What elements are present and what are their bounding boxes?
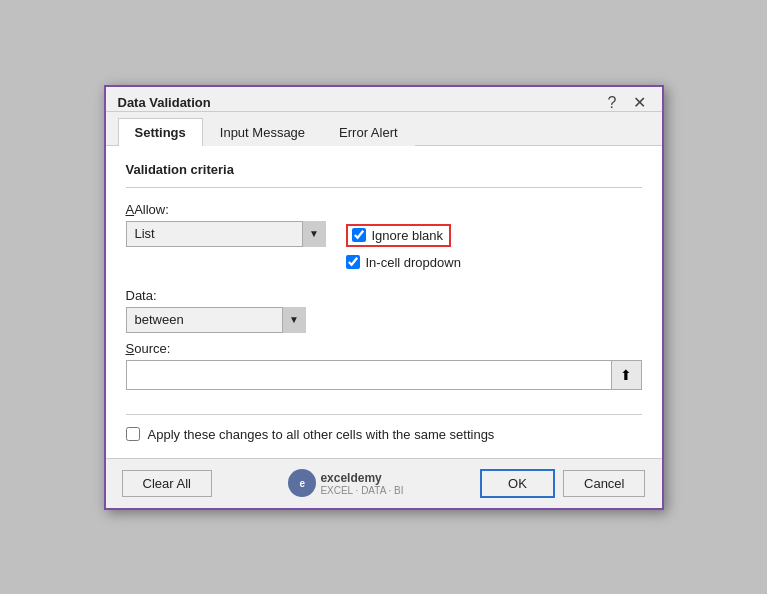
section-title: Validation criteria — [126, 162, 642, 177]
data-row: Data: between ▼ — [126, 288, 642, 333]
allow-select-wrap: List ▼ — [126, 221, 326, 247]
allow-label: AAllow: — [126, 202, 326, 217]
in-cell-dropdown-label: In-cell dropdown — [366, 255, 461, 270]
data-label: Data: — [126, 288, 642, 303]
ok-button[interactable]: OK — [480, 469, 555, 498]
source-collapse-button[interactable]: ⬆ — [611, 361, 641, 389]
allow-select[interactable]: List — [126, 221, 326, 247]
apply-row: Apply these changes to all other cells w… — [126, 414, 642, 442]
checkboxes-col: Ignore blank In-cell dropdown — [346, 202, 642, 278]
footer-right: OK Cancel — [480, 469, 645, 498]
data-validation-dialog: Data Validation ? ✕ Settings Input Messa… — [104, 85, 664, 510]
title-bar-buttons: ? ✕ — [604, 95, 650, 111]
dialog-title: Data Validation — [118, 95, 211, 110]
ignore-blank-checkbox[interactable] — [352, 228, 366, 242]
apply-changes-checkbox[interactable] — [126, 427, 140, 441]
dialog-content: Validation criteria AAllow: List ▼ Igno — [106, 146, 662, 458]
cancel-button[interactable]: Cancel — [563, 470, 645, 497]
data-select[interactable]: between — [126, 307, 306, 333]
brand-icon: e — [288, 469, 316, 497]
source-input[interactable] — [127, 367, 611, 382]
allow-left-col: AAllow: List ▼ — [126, 202, 326, 247]
brand-text: exceldemy EXCEL · DATA · BI — [320, 471, 403, 496]
brand-area: e exceldemy EXCEL · DATA · BI — [288, 469, 403, 497]
ignore-blank-row: Ignore blank — [346, 224, 642, 247]
data-select-wrap: between ▼ — [126, 307, 306, 333]
tab-error-alert[interactable]: Error Alert — [322, 118, 415, 146]
footer-left: Clear All — [122, 470, 212, 497]
dialog-footer: Clear All e exceldemy EXCEL · DATA · BI … — [106, 458, 662, 508]
close-button[interactable]: ✕ — [629, 95, 650, 111]
help-button[interactable]: ? — [604, 95, 621, 111]
in-cell-dropdown-row: In-cell dropdown — [346, 255, 642, 270]
apply-changes-label: Apply these changes to all other cells w… — [148, 427, 495, 442]
allow-row: AAllow: List ▼ Ignore blank — [126, 202, 642, 278]
ignore-blank-wrapper: Ignore blank — [346, 224, 452, 247]
divider — [126, 187, 642, 188]
tab-input-message[interactable]: Input Message — [203, 118, 322, 146]
title-bar: Data Validation ? ✕ — [106, 87, 662, 112]
in-cell-dropdown-checkbox[interactable] — [346, 255, 360, 269]
tab-settings[interactable]: Settings — [118, 118, 203, 146]
source-label: Source: — [126, 341, 642, 356]
source-input-wrap: ⬆ — [126, 360, 642, 390]
source-row: Source: ⬆ — [126, 341, 642, 390]
clear-all-button[interactable]: Clear All — [122, 470, 212, 497]
tabs-bar: Settings Input Message Error Alert — [106, 118, 662, 146]
ignore-blank-label: Ignore blank — [372, 228, 444, 243]
